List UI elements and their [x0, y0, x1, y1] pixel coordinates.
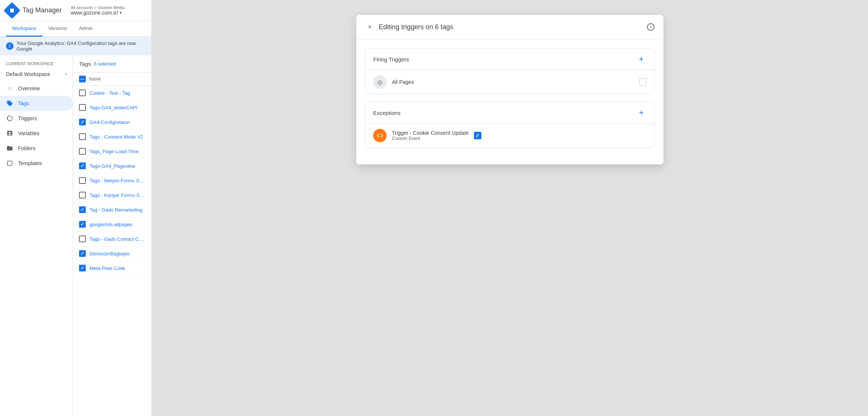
tag-name-1: Tags-GA4_testerCAPI	[90, 105, 145, 110]
tag-checkbox-4[interactable]	[79, 148, 86, 155]
table-row[interactable]: Meta Pixel Code	[73, 261, 151, 276]
tags-col-header: Name	[73, 73, 151, 86]
variables-icon	[6, 130, 13, 137]
firing-triggers-title: Firing Triggers	[373, 56, 409, 63]
workspace-section-label: CURRENT WORKSPACE	[0, 58, 73, 67]
add-firing-trigger-button[interactable]: +	[636, 54, 647, 64]
tag-checkbox-8[interactable]	[79, 206, 86, 213]
tags-header: Tags 6 selected	[73, 55, 151, 73]
tag-name-7: Tags - Kariyer Formu Succes…	[90, 192, 145, 198]
tag-name-3: Tags - Consent Mode V2	[90, 134, 145, 140]
table-row[interactable]: GA4-Configrutaion	[73, 115, 151, 130]
exceptions-title: Exceptions	[373, 110, 400, 116]
tag-name-4: Tags_Page-Load-Time	[90, 149, 145, 154]
tag-checkbox-0[interactable]	[79, 89, 86, 96]
tag-name-6: Tags - İletişim Formu Succe…	[90, 178, 145, 183]
tag-name-0: Cookie - Test - Tag	[90, 90, 145, 96]
sidebar-item-variables[interactable]: Variables	[0, 126, 73, 141]
table-row[interactable]: Tags-GA4_testerCAPI	[73, 100, 151, 115]
table-row[interactable]: Tags - Gads Contact Conver…	[73, 232, 151, 246]
info-icon[interactable]: i	[647, 23, 654, 31]
tag-checkbox-9[interactable]	[79, 221, 86, 228]
tag-name-10: Tags - Gads Contact Conver…	[90, 236, 145, 242]
table-row[interactable]: Tags - İletişim Formu Succe…	[73, 173, 151, 188]
all-pages-trigger-icon: ◎	[373, 75, 387, 89]
tag-checkbox-10[interactable]	[79, 236, 86, 242]
overview-icon: ○	[6, 85, 13, 92]
sidebar: CURRENT WORKSPACE Default Workspace › ○ …	[0, 55, 73, 416]
table-row[interactable]: Cookie - Test - Tag	[73, 86, 151, 100]
nav-tabs: Workspace Versions Admin	[0, 21, 151, 37]
templates-icon	[6, 160, 13, 167]
modal-body: Firing Triggers + ◎ All Pages Exception	[356, 39, 663, 164]
tag-checkbox-5[interactable]	[79, 163, 86, 169]
exception-trigger-checkbox-0[interactable]	[474, 132, 481, 139]
table-row[interactable]: DönüsümBaglayici	[73, 246, 151, 261]
exception-trigger-info: Trigger - Cookie Consent Update Custom E…	[392, 130, 469, 141]
tag-checkbox-6[interactable]	[79, 177, 86, 184]
exception-trigger-row-0[interactable]: Trigger - Cookie Consent Update Custom E…	[366, 123, 654, 148]
tab-admin[interactable]: Admin	[73, 21, 99, 37]
sidebar-item-tags[interactable]: Tags	[0, 96, 73, 111]
chevron-right-icon: ›	[65, 72, 67, 77]
tag-name-2: GA4-Configrutaion	[90, 119, 145, 125]
exception-trigger-sub-0: Custom Event	[392, 136, 469, 141]
sidebar-item-overview[interactable]: ○ Overview	[0, 81, 73, 96]
exceptions-section: Exceptions + Trigger - Cookie Consent Up…	[365, 102, 654, 148]
tag-checkbox-2[interactable]	[79, 119, 86, 125]
right-panel: × Editing triggers on 6 tags i Firing Tr…	[152, 0, 868, 416]
firing-trigger-row-0[interactable]: ◎ All Pages	[366, 70, 654, 94]
modal-header: × Editing triggers on 6 tags i	[356, 15, 663, 39]
tags-count: 6 selected	[94, 61, 116, 67]
cookie-consent-trigger-icon	[373, 129, 387, 142]
tag-checkbox-11[interactable]	[79, 250, 86, 257]
sidebar-item-triggers[interactable]: Triggers	[0, 111, 73, 126]
notification-text: Your Google Analytics: GA4 Configuration…	[16, 40, 145, 52]
tag-checkbox-1[interactable]	[79, 104, 86, 111]
sidebar-item-folders[interactable]: Folders	[0, 141, 73, 156]
tab-workspace[interactable]: Workspace	[6, 21, 42, 37]
tag-name-5: Tags-GA4_Pageview	[90, 163, 145, 169]
main-content: CURRENT WORKSPACE Default Workspace › ○ …	[0, 55, 151, 416]
table-row[interactable]: Tag - Gads Remarketing	[73, 203, 151, 217]
tag-name-11: DönüsümBaglayici	[90, 251, 145, 256]
tags-panel: Tags 6 selected Name Cookie - Test - Tag…	[73, 55, 152, 416]
sidebar-item-workspace[interactable]: Default Workspace ›	[0, 67, 73, 81]
tag-checkbox-3[interactable]	[79, 133, 86, 140]
exceptions-header: Exceptions +	[366, 102, 654, 123]
edit-triggers-modal: × Editing triggers on 6 tags i Firing Tr…	[356, 15, 663, 164]
tag-checkbox-12[interactable]	[79, 265, 86, 271]
notification-bar: i Your Google Analytics: GA4 Configurati…	[0, 37, 151, 55]
modal-title: Editing triggers on 6 tags	[379, 23, 642, 31]
account-url[interactable]: www.gozone.com.tr/ ▾	[71, 10, 124, 16]
firing-triggers-header: Firing Triggers +	[366, 49, 654, 70]
firing-triggers-section: Firing Triggers + ◎ All Pages	[365, 48, 654, 94]
tag-name-9: googleAds-allpages	[90, 222, 145, 227]
firing-trigger-name-0: All Pages	[392, 79, 634, 85]
tag-name-8: Tag - Gads Remarketing	[90, 207, 145, 213]
app-logo	[3, 2, 20, 19]
notification-icon: i	[6, 42, 13, 50]
account-breadcrumb: All accounts > Gozone Media	[71, 5, 124, 10]
table-row[interactable]: Tags-GA4_Pageview	[73, 159, 151, 173]
add-exception-trigger-button[interactable]: +	[636, 107, 647, 118]
table-row[interactable]: Tags_Page-Load-Time	[73, 144, 151, 159]
tags-title: Tags	[79, 61, 91, 67]
table-row[interactable]: Tags - Consent Mode V2	[73, 130, 151, 144]
folders-icon	[6, 145, 13, 152]
modal-overlay: × Editing triggers on 6 tags i Firing Tr…	[152, 0, 868, 416]
select-all-checkbox[interactable]	[79, 76, 86, 82]
account-info: All accounts > Gozone Media www.gozone.c…	[71, 5, 124, 16]
close-button[interactable]: ×	[365, 22, 374, 31]
tab-versions[interactable]: Versions	[42, 21, 73, 37]
sidebar-item-templates[interactable]: Templates	[0, 156, 73, 171]
firing-trigger-checkbox-0[interactable]	[639, 78, 647, 86]
triggers-icon	[6, 115, 13, 122]
exception-trigger-name-0: Trigger - Cookie Consent Update	[392, 130, 469, 136]
table-row[interactable]: Tags - Kariyer Formu Succes…	[73, 188, 151, 203]
app-title: Tag Manager	[22, 6, 62, 14]
chevron-down-icon: ▾	[120, 10, 122, 15]
tag-checkbox-7[interactable]	[79, 192, 86, 198]
tags-icon	[6, 100, 13, 107]
table-row[interactable]: googleAds-allpages	[73, 217, 151, 232]
